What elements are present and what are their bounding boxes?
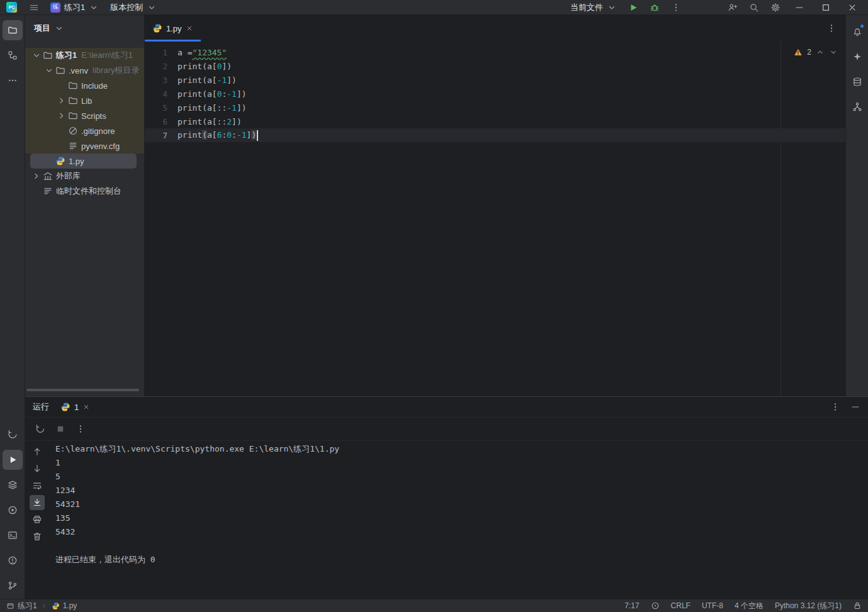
- project-tree: 练习1E:\learn\练习1.venvlibrary根目录IncludeLib…: [25, 42, 144, 199]
- soft-wrap-button[interactable]: [30, 478, 45, 493]
- editor-body[interactable]: 2 1a ="12345"2print(a[0])3print(a[-1])4p…: [145, 42, 845, 396]
- indent-info[interactable]: 4 个空格: [735, 601, 764, 611]
- tool-strip-services-button[interactable]: [3, 500, 23, 520]
- pycharm-logo: PC: [6, 2, 17, 13]
- tree-item-临时文件和控制台[interactable]: 临时文件和控制台: [25, 184, 144, 199]
- tab-close-icon[interactable]: [82, 403, 90, 411]
- search-everywhere-button[interactable]: [743, 0, 765, 15]
- project-widget-label: 练习1: [64, 2, 85, 13]
- run-tab-1[interactable]: 1: [60, 402, 90, 412]
- code-with-me-button[interactable]: [722, 0, 743, 15]
- encoding[interactable]: UTF-8: [702, 601, 723, 610]
- tree-item-.gitignore[interactable]: .gitignore: [25, 123, 144, 138]
- run-panel-header-actions: [830, 402, 860, 412]
- line-separator[interactable]: CRLF: [671, 601, 690, 610]
- tree-item-Lib[interactable]: Lib: [25, 93, 144, 108]
- interpreter[interactable]: Python 3.12 (练习1): [775, 601, 842, 611]
- tool-strip-database-button[interactable]: [847, 72, 867, 92]
- tree-item-外部库[interactable]: 外部库: [25, 169, 144, 184]
- scroll-end-button[interactable]: [30, 495, 45, 510]
- tool-strip-problems-button[interactable]: [3, 550, 23, 570]
- trash-button[interactable]: [30, 529, 45, 544]
- tree-item-pyvenv.cfg[interactable]: pyvenv.cfg: [25, 138, 144, 153]
- line-number: 6: [145, 117, 178, 126]
- more-actions-button[interactable]: [665, 0, 687, 15]
- folder-icon: [68, 81, 78, 91]
- project-panel-title: 项目: [34, 23, 50, 34]
- editor-tab-1py[interactable]: 1.py: [145, 15, 201, 42]
- run-config-widget[interactable]: 当前文件: [565, 0, 623, 15]
- tool-strip-structure-button[interactable]: [3, 45, 23, 65]
- run-more-options-button[interactable]: [76, 424, 86, 434]
- inspections-widget[interactable]: 2: [794, 48, 838, 57]
- tree-item-label: .gitignore: [81, 126, 115, 136]
- chevron-right-icon[interactable]: [57, 96, 67, 106]
- chevron-right-icon[interactable]: [57, 111, 67, 121]
- arrow-down-button[interactable]: [30, 461, 45, 476]
- tool-strip-notifications-button[interactable]: [847, 21, 867, 42]
- console-output[interactable]: E:\learn\练习1\.venv\Scripts\python.exe E:…: [49, 441, 868, 599]
- rerun-button[interactable]: [35, 424, 45, 434]
- editor-options-button[interactable]: [824, 21, 839, 36]
- tool-strip-ai-assistant-button[interactable]: [847, 47, 867, 67]
- structure-icon: [8, 50, 18, 60]
- tool-strip-python-packages-button[interactable]: [3, 475, 23, 495]
- maximize-button[interactable]: [813, 0, 839, 15]
- tree-item-Scripts[interactable]: Scripts: [25, 108, 144, 123]
- code-line-5[interactable]: 5print(a[::-1]): [145, 101, 845, 114]
- main-menu-button[interactable]: [23, 0, 45, 15]
- rerun-icon: [35, 424, 45, 434]
- tree-item-Include[interactable]: Include: [25, 78, 144, 93]
- run-button[interactable]: [623, 0, 644, 15]
- run-panel-options-button[interactable]: [830, 402, 840, 412]
- tree-item-1.py[interactable]: 1.py: [30, 153, 137, 169]
- code-line-6[interactable]: 6print(a[::2]): [145, 114, 845, 128]
- tree-item-.venv[interactable]: .venvlibrary根目录: [25, 63, 144, 78]
- tool-strip-version-control-button[interactable]: [3, 576, 23, 596]
- chevron-down-icon[interactable]: [31, 50, 42, 60]
- minimize-icon: [794, 3, 804, 13]
- line-number: 1: [145, 48, 178, 57]
- tree-item-练习1[interactable]: 练习1E:\learn\练习1: [25, 48, 144, 63]
- folder-icon: [68, 111, 78, 121]
- project-panel-header[interactable]: 项目: [25, 15, 144, 42]
- run-panel-hide-button[interactable]: [850, 402, 860, 412]
- horizontal-scrollbar[interactable]: [26, 389, 139, 391]
- close-button[interactable]: [839, 0, 865, 15]
- folder-icon: [68, 96, 78, 106]
- prev-problem-icon[interactable]: [816, 48, 825, 57]
- inspections-status-icon[interactable]: [651, 601, 660, 610]
- project-widget[interactable]: 练 练习1: [45, 0, 104, 15]
- chevron-right-icon[interactable]: [31, 171, 42, 181]
- code-line-7[interactable]: 7print(a[6:0:-1]): [145, 128, 845, 142]
- search-icon: [749, 3, 759, 13]
- caret-position[interactable]: 7:17: [624, 601, 639, 610]
- tool-strip-python-console-button[interactable]: [3, 425, 23, 445]
- breadcrumb-label: 练习1: [18, 601, 37, 611]
- stop-button[interactable]: [55, 424, 65, 434]
- next-problem-icon[interactable]: [829, 48, 838, 57]
- vcs-widget[interactable]: 版本控制: [104, 0, 162, 15]
- breadcrumb-1.py[interactable]: 1.py: [52, 601, 77, 610]
- code-line-2[interactable]: 2print(a[0]): [145, 59, 845, 73]
- tab-close-icon[interactable]: [186, 25, 193, 32]
- code-line-4[interactable]: 4print(a[0:-1]): [145, 87, 845, 101]
- settings-button[interactable]: [765, 0, 786, 15]
- ignore-icon: [68, 126, 78, 136]
- debug-button[interactable]: [644, 0, 665, 15]
- breadcrumb-练习1[interactable]: 练习1: [6, 601, 37, 611]
- code-line-1[interactable]: 1a ="12345": [145, 45, 845, 59]
- tool-strip-terminal-button[interactable]: [3, 525, 23, 545]
- console-line: 5432: [55, 525, 868, 539]
- minimize-button[interactable]: [786, 0, 813, 15]
- code-line-3[interactable]: 3print(a[-1]): [145, 73, 845, 87]
- line-number: 7: [145, 131, 178, 140]
- chevron-down-icon[interactable]: [44, 65, 54, 75]
- tool-strip-more-tools-button[interactable]: [3, 70, 23, 91]
- tool-strip-run-button[interactable]: [3, 450, 23, 470]
- lock-icon[interactable]: [853, 601, 862, 610]
- tool-strip-project-button[interactable]: [3, 20, 23, 40]
- tool-strip-dependencies-button[interactable]: [847, 97, 867, 117]
- print-button[interactable]: [30, 512, 45, 527]
- arrow-up-button[interactable]: [30, 444, 45, 459]
